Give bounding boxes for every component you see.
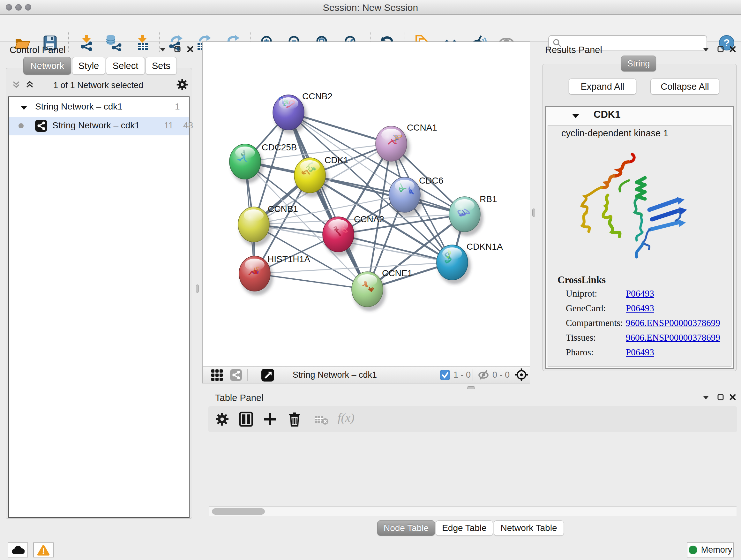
- delete-column-trash-icon[interactable]: [287, 412, 302, 427]
- control-panel-title: Control Panel: [10, 45, 66, 55]
- crosslink-row: Tissues:9606.ENSP00000378699: [566, 332, 725, 347]
- table-hscrollbar-track[interactable]: [209, 506, 737, 516]
- close-panel-icon[interactable]: [730, 46, 739, 56]
- node-label: CCNA1: [407, 123, 437, 132]
- vertical-splitter-handle[interactable]: [196, 285, 199, 293]
- function-builder-icon[interactable]: f(x): [338, 411, 354, 425]
- network-canvas[interactable]: CCNB2 CCNA1 CDC25B CDK1 CDC6: [202, 42, 530, 367]
- crosslink-label: GeneCard:: [566, 303, 626, 318]
- current-network-name: String Network – cdk1: [293, 370, 377, 380]
- crosslink-row: Uniprot:P06493: [566, 288, 725, 303]
- node-label: CDC6: [419, 176, 443, 186]
- grid-view-icon[interactable]: [211, 369, 223, 381]
- cloud-icon: [11, 545, 24, 555]
- graph-node-CDC25B[interactable]: [229, 144, 264, 183]
- detach-view-icon[interactable]: [261, 369, 274, 381]
- show-columns-icon[interactable]: [239, 412, 253, 427]
- memory-label: Memory: [701, 545, 732, 555]
- crosslink-link[interactable]: P06493: [626, 347, 654, 362]
- crosslink-label: Pharos:: [566, 347, 626, 362]
- node-label: CCNE1: [382, 268, 412, 278]
- float-panel-arrow-icon[interactable]: [703, 47, 712, 57]
- network-tree: String Network – cdk1 1 String Network –…: [8, 97, 190, 518]
- toolbar-separator: [247, 369, 248, 381]
- graph-node-CDKN1A[interactable]: [436, 245, 471, 284]
- tab-style[interactable]: Style: [72, 57, 105, 75]
- tab-edge-table[interactable]: Edge Table: [435, 520, 493, 536]
- crosslink-link[interactable]: 9606.ENSP00000378699: [626, 318, 720, 332]
- tab-network[interactable]: Network: [23, 57, 71, 75]
- crosslink-link[interactable]: P06493: [626, 288, 654, 303]
- cloud-status-button[interactable]: [8, 543, 28, 557]
- tab-string[interactable]: String: [621, 56, 656, 71]
- network-label: String Network – cdk1: [52, 120, 140, 131]
- table-toolbar: f(x): [208, 406, 737, 432]
- node-label: CDC25B: [262, 142, 297, 152]
- toolbar-separator: [473, 369, 473, 381]
- collection-label: String Network – cdk1: [35, 102, 123, 112]
- network-graph: CCNB2 CCNA1 CDC25B CDK1 CDC6: [203, 42, 530, 366]
- horizontal-splitter-handle[interactable]: [467, 386, 475, 389]
- graph-node-CDC6[interactable]: [389, 177, 423, 216]
- table-panel: Table Panel f(x) shared nameCDK1nameCDK1…: [206, 391, 741, 539]
- crosslink-link[interactable]: P06493: [626, 303, 654, 318]
- node-label: RB1: [480, 194, 497, 204]
- node-label: CDKN1A: [467, 242, 503, 252]
- network-row-selected[interactable]: String Network – cdk1 11 48: [9, 117, 189, 135]
- crosslink-label: Compartments:: [566, 318, 626, 332]
- card-body: cyclin-dependent kinase 1: [548, 125, 731, 367]
- vertical-splitter-handle[interactable]: [532, 208, 535, 217]
- graph-node-CCNB2[interactable]: [273, 95, 307, 134]
- card-collapse-arrow-icon[interactable]: [572, 113, 580, 118]
- delete-table-icon[interactable]: [315, 415, 329, 425]
- warnings-button[interactable]: [33, 543, 54, 557]
- close-panel-icon[interactable]: [730, 394, 739, 403]
- float-panel-arrow-icon[interactable]: [703, 395, 712, 405]
- table-hscrollbar-thumb[interactable]: [212, 508, 265, 515]
- graph-node-CCNA2[interactable]: [323, 217, 357, 256]
- network-selection-status: 1 of 1 Network selected: [9, 80, 188, 90]
- collapse-all-button[interactable]: Collapse All: [650, 78, 719, 95]
- crosslinks-title: CrossLinks: [557, 274, 606, 286]
- crosslink-link[interactable]: 9606.ENSP00000378699: [626, 332, 720, 347]
- float-panel-icon[interactable]: [718, 46, 727, 56]
- memory-status-dot: [689, 546, 697, 554]
- control-panel: Control Panel Network Style Select Sets …: [3, 42, 195, 520]
- network-type-share-icon[interactable]: [230, 369, 242, 381]
- network-view-toolbar: String Network – cdk1 1 - 0 0 - 0: [202, 367, 530, 383]
- graph-node-CCNA1[interactable]: [376, 126, 410, 165]
- birdseye-navigator-icon[interactable]: [515, 368, 528, 381]
- memory-button[interactable]: Memory: [687, 543, 734, 557]
- graph-node-CCNE1[interactable]: [352, 272, 386, 311]
- graph-node-CDK1[interactable]: [294, 158, 328, 197]
- crosslink-label: Tissues:: [566, 332, 626, 347]
- node-label: CCNB1: [268, 204, 298, 214]
- tab-select[interactable]: Select: [106, 57, 145, 75]
- network-options-gear-icon[interactable]: [176, 78, 188, 91]
- collection-expand-arrow-icon[interactable]: [20, 105, 27, 110]
- float-panel-arrow-icon[interactable]: [159, 47, 169, 57]
- status-bar: Memory: [0, 539, 741, 560]
- graph-node-RB1[interactable]: [449, 197, 483, 236]
- float-panel-icon[interactable]: [174, 46, 184, 56]
- tab-network-table[interactable]: Network Table: [494, 520, 564, 536]
- cdk1-result-card: CDK1 cyclin-dependent kinase 1: [545, 106, 734, 369]
- selected-checkbox-icon[interactable]: [440, 370, 450, 380]
- table-settings-gear-icon[interactable]: [215, 412, 229, 426]
- warning-icon: [37, 544, 50, 556]
- float-panel-icon[interactable]: [718, 394, 727, 403]
- node-label: CCNB2: [302, 91, 333, 101]
- protein-structure-image: [566, 146, 694, 271]
- tab-node-table[interactable]: Node Table: [377, 520, 435, 536]
- network-collection-row[interactable]: String Network – cdk1 1: [9, 101, 189, 116]
- window-title: Session: New Session: [0, 2, 741, 13]
- string-network-icon: [35, 120, 47, 132]
- close-panel-icon[interactable]: [187, 46, 197, 56]
- window-titlebar: Session: New Session: [0, 0, 741, 15]
- hidden-eye-icon[interactable]: [478, 370, 489, 380]
- expand-all-button[interactable]: Expand All: [569, 78, 636, 95]
- tab-sets[interactable]: Sets: [145, 57, 177, 75]
- crosslink-row: Pharos:P06493: [566, 347, 725, 362]
- card-gene-name: CDK1: [594, 109, 620, 120]
- add-column-icon[interactable]: [263, 412, 277, 426]
